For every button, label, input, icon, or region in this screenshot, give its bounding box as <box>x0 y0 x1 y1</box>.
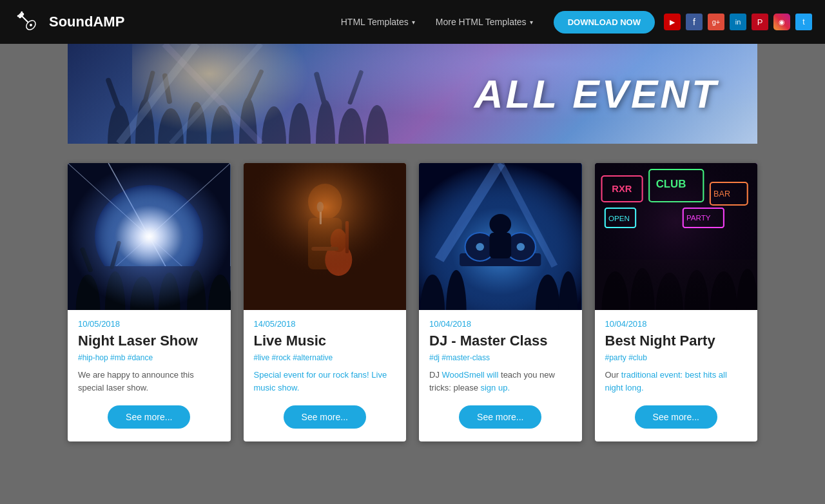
svg-rect-23 <box>313 72 327 105</box>
youtube-icon[interactable]: ▶ <box>664 14 681 30</box>
social-icons-bar: ▶ f g+ in P ◉ t <box>664 14 812 30</box>
svg-rect-63 <box>489 233 511 258</box>
guitar-icon <box>13 7 43 37</box>
card-body-1: 10/05/2018 Night Laser Show #hip-hop #mb… <box>68 310 231 441</box>
brand-logo[interactable]: SoundAMP <box>13 7 124 37</box>
card-tags-4: #party #club <box>605 353 748 362</box>
svg-point-39 <box>130 276 155 310</box>
svg-rect-24 <box>347 70 364 105</box>
pinterest-icon[interactable]: P <box>752 14 768 30</box>
svg-line-30 <box>68 163 149 237</box>
svg-point-29 <box>95 185 203 288</box>
svg-line-32 <box>149 237 230 310</box>
svg-point-18 <box>365 105 389 144</box>
svg-point-16 <box>316 100 335 144</box>
svg-line-33 <box>68 237 149 310</box>
see-more-button-2[interactable]: See more... <box>284 405 366 429</box>
card-date-4: 10/04/2018 <box>605 319 748 329</box>
svg-point-17 <box>338 108 364 144</box>
card-desc-4: Our traditional event: best hits all nig… <box>605 369 748 394</box>
event-image-4: RXR CLUB BAR OPEN PARTY <box>595 163 758 310</box>
card-desc-2: Special event for our rock fans! Live mu… <box>254 369 396 394</box>
card-title-4: Best Night Party <box>605 333 748 349</box>
card-tags-3: #dj #master-class <box>429 353 572 362</box>
card-tags-2: #live #rock #alternative <box>254 353 396 362</box>
svg-point-62 <box>489 214 511 235</box>
svg-rect-88 <box>595 163 758 310</box>
event-card-4: RXR CLUB BAR OPEN PARTY <box>595 163 758 441</box>
event-card-1: 10/05/2018 Night Laser Show #hip-hop #mb… <box>68 163 231 441</box>
main-content: 10/05/2018 Night Laser Show #hip-hop #mb… <box>61 144 764 467</box>
card-title-1: Night Laser Show <box>78 333 220 349</box>
svg-point-60 <box>476 243 484 251</box>
dropdown-caret-2: ▾ <box>530 19 533 26</box>
svg-line-31 <box>149 163 230 237</box>
navbar: SoundAMP HTML Templates ▾ More HTML Temp… <box>0 0 825 44</box>
svg-line-34 <box>108 163 149 237</box>
svg-point-41 <box>187 270 206 310</box>
svg-point-61 <box>517 243 525 251</box>
card-body-2: 14/05/2018 Live Music #live #rock #alter… <box>244 310 407 441</box>
facebook-icon[interactable]: f <box>686 14 703 30</box>
event-card-3: 10/04/2018 DJ - Master Class #dj #master… <box>419 163 582 441</box>
instagram-icon[interactable]: ◉ <box>773 14 790 30</box>
download-now-button[interactable]: DOWNLOAD NOW <box>554 11 655 34</box>
card-date-1: 10/05/2018 <box>78 319 220 329</box>
event-image-1 <box>68 163 231 310</box>
events-grid: 10/05/2018 Night Laser Show #hip-hop #mb… <box>68 163 757 441</box>
card-desc-3: DJ WoodSmell will teach you new tricks: … <box>429 369 572 394</box>
google-plus-icon[interactable]: g+ <box>708 14 724 30</box>
event-image-3 <box>419 163 582 310</box>
see-more-button-4[interactable]: See more... <box>635 405 717 429</box>
card-body-4: 10/04/2018 Best Night Party #party #club… <box>595 310 758 441</box>
linkedin-icon[interactable]: in <box>730 14 746 30</box>
svg-line-35 <box>149 237 189 310</box>
card-body-3: 10/04/2018 DJ - Master Class #dj #master… <box>419 310 582 441</box>
svg-rect-44 <box>110 240 121 269</box>
event-card-2: 14/05/2018 Live Music #live #rock #alter… <box>244 163 407 441</box>
svg-point-38 <box>105 271 126 310</box>
twitter-icon[interactable]: t <box>795 14 812 30</box>
hero-title: ALL EVENT <box>474 71 757 117</box>
card-title-3: DJ - Master Class <box>429 333 572 349</box>
see-more-button-3[interactable]: See more... <box>459 405 541 429</box>
svg-rect-19 <box>105 77 121 110</box>
svg-point-14 <box>262 106 286 144</box>
more-html-templates-menu[interactable]: More HTML Templates ▾ <box>427 12 542 32</box>
svg-point-37 <box>76 275 101 310</box>
svg-rect-43 <box>80 247 93 273</box>
svg-rect-54 <box>244 163 407 310</box>
svg-rect-28 <box>68 163 231 310</box>
dropdown-caret: ▾ <box>412 19 415 26</box>
event-image-2 <box>244 163 407 310</box>
card-tags-1: #hip-hop #mb #dance <box>78 353 220 362</box>
card-desc-1: We are happy to announce this special la… <box>78 369 220 394</box>
html-templates-menu[interactable]: HTML Templates ▾ <box>332 12 424 32</box>
see-more-button-1[interactable]: See more... <box>108 405 190 429</box>
svg-rect-22 <box>244 69 264 106</box>
card-date-2: 14/05/2018 <box>254 319 396 329</box>
svg-point-4 <box>29 23 33 27</box>
svg-point-10 <box>158 108 184 144</box>
svg-point-42 <box>208 275 231 310</box>
nav-links: HTML Templates ▾ More HTML Templates ▾ D… <box>332 11 664 34</box>
svg-point-40 <box>159 273 180 310</box>
svg-point-15 <box>289 103 311 144</box>
hero-banner: ALL EVENT <box>68 44 757 144</box>
card-date-3: 10/04/2018 <box>429 319 572 329</box>
svg-rect-36 <box>68 266 231 310</box>
card-title-2: Live Music <box>254 333 396 349</box>
